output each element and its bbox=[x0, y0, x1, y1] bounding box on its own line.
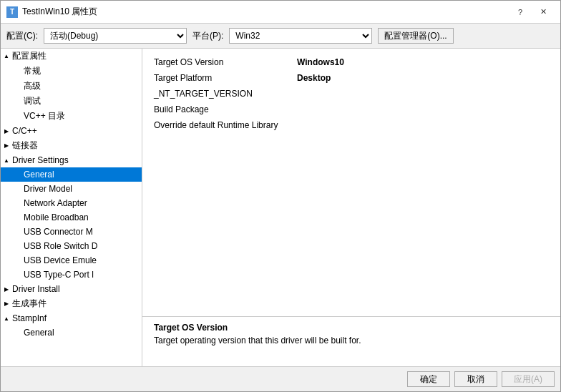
tree-label-19: General bbox=[24, 328, 142, 338]
tree-label-10: Network Adapter bbox=[24, 198, 142, 208]
prop-name-1: Target Platform bbox=[154, 73, 297, 83]
tree-label-6: 链接器 bbox=[12, 139, 142, 152]
tree-toggle-2 bbox=[12, 81, 24, 92]
tree-item-17[interactable]: ▶生成事件 bbox=[1, 296, 142, 311]
prop-name-4: Override default Runtime Library bbox=[154, 120, 297, 130]
tree-item-10[interactable]: Network Adapter bbox=[1, 196, 142, 210]
main-content: ▲配置属性常规高级调试VC++ 目录▶C/C++▶链接器▲Driver Sett… bbox=[1, 49, 560, 366]
tree-item-13[interactable]: USB Role Switch D bbox=[1, 239, 142, 253]
title-controls: ? ✕ bbox=[509, 4, 555, 20]
tree-label-5: C/C++ bbox=[12, 126, 142, 136]
tree-toggle-9 bbox=[12, 183, 24, 195]
tree-toggle-12 bbox=[12, 226, 24, 237]
tree-item-18[interactable]: ▲StampInf bbox=[1, 311, 142, 325]
description-panel: Target OS Version Target operating versi… bbox=[142, 316, 560, 366]
tree-item-2[interactable]: 高级 bbox=[1, 79, 142, 94]
tree-toggle-13 bbox=[12, 240, 24, 252]
prop-name-3: Build Package bbox=[154, 104, 297, 114]
tree-label-14: USB Device Emule bbox=[24, 255, 142, 265]
tree-toggle-3 bbox=[12, 96, 24, 107]
title-bar: T TestInWin10 属性页 ? ✕ bbox=[1, 1, 560, 24]
prop-row-1: Target PlatformDesktop bbox=[154, 70, 549, 86]
tree-label-12: USB Connector M bbox=[24, 227, 142, 237]
platform-select[interactable]: Win32 bbox=[229, 28, 372, 44]
tree-label-4: VC++ 目录 bbox=[24, 110, 142, 122]
tree-toggle-0: ▲ bbox=[1, 51, 12, 62]
platform-label: 平台(P): bbox=[192, 30, 223, 42]
tree-item-8[interactable]: General bbox=[1, 167, 142, 182]
prop-row-0: Target OS VersionWindows10 bbox=[154, 54, 549, 70]
tree-label-17: 生成事件 bbox=[12, 298, 142, 310]
config-manager-button[interactable]: 配置管理器(O)... bbox=[378, 28, 453, 44]
properties-table: Target OS VersionWindows10Target Platfor… bbox=[142, 49, 560, 316]
tree-toggle-4 bbox=[12, 111, 24, 122]
window-title: TestInWin10 属性页 bbox=[22, 6, 97, 18]
tree-item-1[interactable]: 常规 bbox=[1, 64, 142, 79]
tree-label-15: USB Type-C Port l bbox=[24, 270, 142, 280]
tree-item-7[interactable]: ▲Driver Settings bbox=[1, 153, 142, 167]
tree-toggle-15 bbox=[12, 269, 24, 280]
tree-label-0: 配置属性 bbox=[12, 50, 142, 62]
ok-button[interactable]: 确定 bbox=[407, 371, 450, 387]
tree-toggle-10 bbox=[12, 197, 24, 209]
footer: 确定 取消 应用(A) bbox=[1, 366, 560, 391]
tree-toggle-6: ▶ bbox=[1, 140, 12, 152]
tree-item-5[interactable]: ▶C/C++ bbox=[1, 124, 142, 138]
tree-label-8: General bbox=[24, 170, 142, 180]
tree-label-13: USB Role Switch D bbox=[24, 241, 142, 251]
toolbar: 配置(C): 活动(Debug) 平台(P): Win32 配置管理器(O)..… bbox=[1, 24, 560, 49]
tree-item-14[interactable]: USB Device Emule bbox=[1, 253, 142, 268]
tree-item-6[interactable]: ▶链接器 bbox=[1, 138, 142, 153]
close-button[interactable]: ✕ bbox=[532, 4, 555, 20]
tree-label-7: Driver Settings bbox=[12, 155, 142, 165]
tree-item-16[interactable]: ▶Driver Install bbox=[1, 282, 142, 296]
tree-item-12[interactable]: USB Connector M bbox=[1, 225, 142, 239]
tree-label-1: 常规 bbox=[24, 65, 142, 77]
help-button[interactable]: ? bbox=[509, 4, 532, 20]
tree-item-19[interactable]: General bbox=[1, 325, 142, 340]
tree-toggle-18: ▲ bbox=[1, 313, 12, 324]
tree-toggle-5: ▶ bbox=[1, 125, 12, 137]
prop-name-2: _NT_TARGET_VERSION bbox=[154, 89, 297, 99]
tree-label-9: Driver Model bbox=[24, 184, 142, 194]
window-icon: T bbox=[6, 6, 18, 18]
tree-item-0[interactable]: ▲配置属性 bbox=[1, 49, 142, 64]
tree-item-11[interactable]: Mobile Broadban bbox=[1, 210, 142, 225]
tree-label-3: 调试 bbox=[24, 95, 142, 107]
config-select[interactable]: 活动(Debug) bbox=[44, 28, 187, 44]
tree-toggle-16: ▶ bbox=[1, 283, 12, 295]
description-text: Target operating version that this drive… bbox=[154, 335, 549, 346]
description-title: Target OS Version bbox=[154, 323, 549, 333]
tree-toggle-14 bbox=[12, 255, 24, 266]
apply-button[interactable]: 应用(A) bbox=[502, 371, 555, 387]
tree-label-18: StampInf bbox=[12, 313, 142, 323]
tree-toggle-8 bbox=[12, 169, 24, 180]
prop-row-4: Override default Runtime Library bbox=[154, 117, 549, 133]
tree-item-15[interactable]: USB Type-C Port l bbox=[1, 268, 142, 282]
content-panel: Target OS VersionWindows10Target Platfor… bbox=[142, 49, 560, 366]
title-bar-left: T TestInWin10 属性页 bbox=[6, 6, 97, 18]
config-label: 配置(C): bbox=[6, 30, 38, 42]
tree-toggle-1 bbox=[12, 66, 24, 77]
tree-item-4[interactable]: VC++ 目录 bbox=[1, 109, 142, 124]
tree-item-9[interactable]: Driver Model bbox=[1, 182, 142, 196]
cancel-button[interactable]: 取消 bbox=[454, 371, 497, 387]
prop-row-3: Build Package bbox=[154, 102, 549, 117]
prop-name-0: Target OS Version bbox=[154, 57, 297, 67]
tree-toggle-11 bbox=[12, 212, 24, 223]
tree-item-3[interactable]: 调试 bbox=[1, 94, 142, 109]
tree-toggle-7: ▲ bbox=[1, 155, 12, 166]
tree-toggle-17: ▶ bbox=[1, 298, 12, 310]
prop-value-0: Windows10 bbox=[297, 57, 344, 67]
tree-label-11: Mobile Broadban bbox=[24, 212, 142, 222]
prop-value-1: Desktop bbox=[297, 73, 331, 83]
tree-label-2: 高级 bbox=[24, 80, 142, 92]
main-window: T TestInWin10 属性页 ? ✕ 配置(C): 活动(Debug) 平… bbox=[0, 0, 561, 392]
prop-row-2: _NT_TARGET_VERSION bbox=[154, 86, 549, 102]
sidebar: ▲配置属性常规高级调试VC++ 目录▶C/C++▶链接器▲Driver Sett… bbox=[1, 49, 142, 366]
tree-toggle-19 bbox=[12, 327, 24, 338]
tree-label-16: Driver Install bbox=[12, 284, 142, 294]
